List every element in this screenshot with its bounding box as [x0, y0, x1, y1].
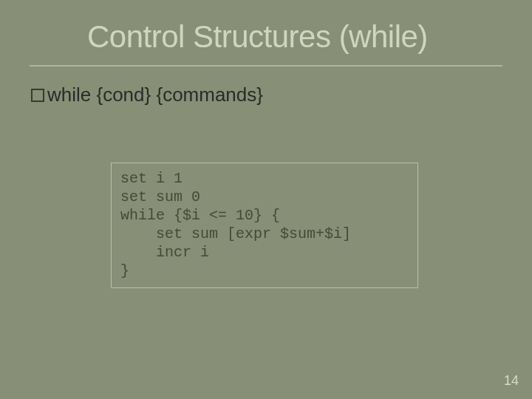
bullet-item: while {cond} {commands} [31, 84, 502, 106]
code-line: set sum 0 [120, 188, 200, 205]
code-line: set i 1 [120, 170, 183, 187]
code-line: while {$i <= 10} { [120, 207, 280, 224]
slide-title: Control Structures (while) [87, 19, 510, 55]
title-divider [30, 65, 502, 66]
code-line: } [120, 262, 129, 279]
square-bullet-icon [31, 89, 44, 102]
bullet-text: while {cond} {commands} [47, 83, 263, 106]
code-line: incr i [120, 244, 209, 261]
code-example: set i 1 set sum 0 while {$i <= 10} { set… [111, 163, 418, 288]
slide: Control Structures (while) while {cond} … [0, 0, 532, 399]
code-line: set sum [expr $sum+$i] [120, 225, 351, 242]
page-number: 14 [504, 373, 519, 389]
